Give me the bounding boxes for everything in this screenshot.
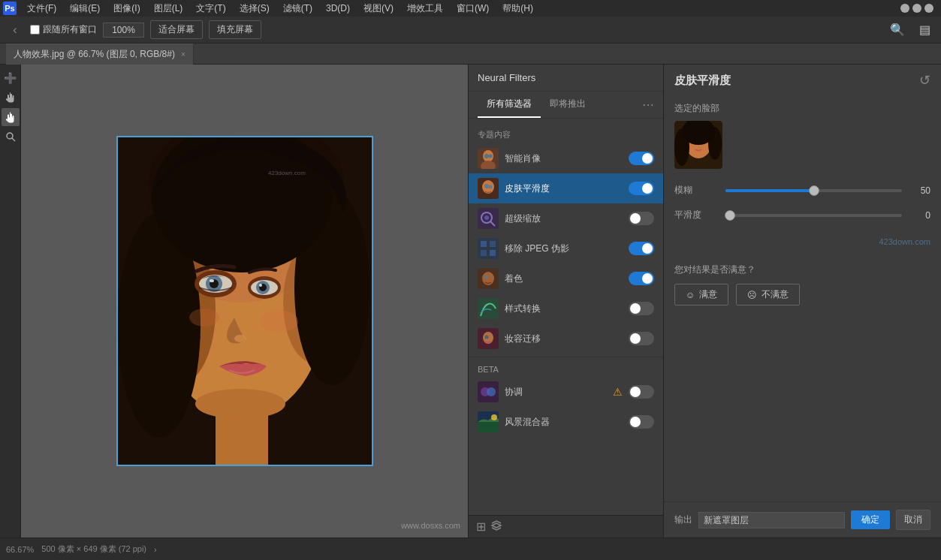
toolbar: ‹ 跟随所有窗口 适合屏幕 填充屏幕 🔍 ▤ — [0, 17, 941, 44]
zoom-input[interactable] — [103, 23, 144, 38]
status-bar: 66.67% 500 像素 × 649 像素 (72 ppi) › — [0, 537, 941, 560]
svg-point-19 — [210, 279, 214, 282]
menu-filter[interactable]: 滤镜(T) — [277, 1, 318, 17]
tool-hand-pan[interactable] — [2, 108, 20, 126]
filter-style-transfer[interactable]: 样式转换 — [469, 294, 663, 324]
happy-icon: ☺ — [686, 290, 695, 300]
tabbar: 人物效果.jpg @ 66.7% (图层 0, RGB/8#) × — [0, 44, 941, 65]
blur-slider-knob[interactable] — [809, 185, 819, 196]
menu-edit[interactable]: 编辑(E) — [64, 1, 106, 17]
menu-file[interactable]: 文件(F) — [21, 1, 62, 17]
follow-all-windows-label: 跟随所有窗口 — [43, 23, 97, 36]
tab-close-icon[interactable]: × — [181, 50, 185, 59]
svg-point-37 — [489, 185, 493, 189]
canvas-image: 423down.com — [116, 136, 373, 466]
size-status: 500 像素 × 649 像素 (72 ppi) — [41, 543, 146, 555]
satisfied-button[interactable]: ☺ 满意 — [674, 284, 728, 306]
filter-thumb-colorize — [478, 268, 499, 289]
toggle-knob — [630, 333, 641, 344]
menu-window[interactable]: 窗口(W) — [451, 1, 495, 17]
filter-skin-smoothing[interactable]: 皮肤平滑度 — [469, 173, 663, 203]
menu-help[interactable]: 帮助(H) — [496, 1, 539, 17]
svg-point-14 — [195, 389, 285, 419]
filter-makeup-transfer-name: 妆容迁移 — [505, 333, 623, 345]
satisfaction-question: 您对结果是否满意？ — [674, 263, 930, 276]
fit-screen-button[interactable]: 适合屏幕 — [150, 20, 203, 39]
canvas-area[interactable]: 423down.com www.dosxs.com — [21, 65, 468, 537]
filter-smart-portrait[interactable]: 智能肖像 — [469, 143, 663, 173]
close-btn[interactable] — [924, 4, 933, 13]
more-options-icon[interactable]: ⋯ — [642, 98, 654, 112]
filter-landscape-mixer-name: 风景混合器 — [505, 416, 623, 429]
menu-3d[interactable]: 3D(D) — [320, 2, 356, 15]
filter-super-zoom-toggle[interactable] — [629, 212, 654, 225]
maximize-btn[interactable] — [912, 4, 921, 13]
filter-makeup-transfer-toggle[interactable] — [629, 332, 654, 345]
canvas-content: 423down.com — [116, 136, 373, 466]
filter-remove-jpeg-toggle[interactable] — [629, 242, 654, 255]
filter-landscape-mixer-toggle[interactable] — [629, 415, 654, 429]
unsatisfied-button[interactable]: ☹ 不满意 — [736, 284, 800, 306]
menu-plugins[interactable]: 增效工具 — [401, 1, 449, 17]
panels-container: Neural Filters 所有筛选器 即将推出 ⋯ 专题内容 智能肖像 — [468, 65, 941, 537]
filter-harmonization-toggle[interactable] — [629, 385, 654, 399]
tool-zoom[interactable] — [2, 128, 20, 146]
filter-thumb-super-zoom — [478, 208, 499, 229]
menu-image[interactable]: 图像(I) — [107, 1, 146, 17]
svg-point-24 — [259, 284, 262, 287]
ok-button[interactable]: 确定 — [851, 510, 890, 529]
filter-thumb-smart-portrait — [478, 148, 499, 169]
reset-button[interactable]: ↺ — [919, 72, 930, 89]
back-button[interactable]: ‹ — [6, 21, 24, 39]
unsatisfied-label: 不满意 — [762, 288, 789, 301]
tool-hand-drag[interactable] — [2, 89, 20, 107]
filter-colorize[interactable]: 着色 — [469, 263, 663, 294]
smoothness-slider-knob[interactable] — [725, 210, 735, 221]
filter-skin-smoothing-toggle[interactable] — [629, 182, 654, 195]
svg-rect-45 — [481, 250, 487, 256]
file-tab[interactable]: 人物效果.jpg @ 66.7% (图层 0, RGB/8#) × — [6, 44, 194, 65]
tab-filename: 人物效果.jpg @ 66.7% (图层 0, RGB/8#) — [14, 48, 175, 61]
smoothness-slider-track[interactable] — [725, 214, 902, 217]
filter-remove-jpeg[interactable]: 移除 JPEG 伪影 — [469, 233, 663, 263]
satisfaction-buttons: ☺ 满意 ☹ 不满意 — [674, 284, 930, 306]
filter-smart-portrait-toggle[interactable] — [629, 152, 654, 165]
fill-screen-button[interactable]: 填充屏幕 — [209, 20, 261, 39]
tab-all-filters[interactable]: 所有筛选器 — [478, 92, 541, 118]
follow-all-windows-check: 跟随所有窗口 — [30, 23, 97, 36]
neural-panel-header: Neural Filters — [469, 65, 663, 92]
menu-view[interactable]: 视图(V) — [357, 1, 400, 17]
menu-type[interactable]: 文字(T) — [190, 1, 231, 17]
tool-add[interactable]: ➕ — [2, 69, 20, 87]
filter-landscape-mixer[interactable]: 风景混合器 — [469, 407, 663, 437]
blur-slider-track[interactable] — [725, 189, 902, 192]
layout-button[interactable]: ▤ — [914, 20, 935, 41]
panel-icon-btn[interactable]: ⊞ — [476, 519, 486, 534]
filter-thumb-remove-jpeg — [478, 238, 499, 259]
svg-point-33 — [489, 155, 493, 158]
output-select[interactable]: 新遮罩图层 — [698, 512, 845, 528]
svg-point-26 — [261, 310, 298, 333]
filter-style-transfer-toggle[interactable] — [629, 302, 654, 315]
toggle-knob — [642, 153, 653, 164]
search-button[interactable]: 🔍 — [887, 20, 908, 41]
filter-colorize-toggle[interactable] — [629, 272, 654, 285]
filter-super-zoom[interactable]: 超级缩放 — [469, 203, 663, 233]
filter-harmonization[interactable]: 协调 ⚠ — [469, 377, 663, 407]
app-icon: Ps — [3, 2, 17, 15]
filter-style-transfer-name: 样式转换 — [505, 303, 623, 315]
menu-select[interactable]: 选择(S) — [234, 1, 276, 17]
face-section-label: 选定的脸部 — [674, 102, 930, 115]
neural-filters-panel: Neural Filters 所有筛选器 即将推出 ⋯ 专题内容 智能肖像 — [468, 65, 663, 537]
menu-layer[interactable]: 图层(L) — [148, 1, 189, 17]
tab-coming-soon[interactable]: 即将推出 — [541, 92, 595, 118]
minimize-btn[interactable] — [900, 4, 909, 13]
filter-makeup-transfer[interactable]: 妆容迁移 — [469, 324, 663, 354]
cancel-button[interactable]: 取消 — [896, 510, 930, 530]
svg-text:Ps: Ps — [5, 4, 14, 13]
svg-rect-43 — [481, 241, 487, 247]
svg-point-36 — [484, 184, 489, 188]
face-section: 选定的脸部 — [664, 96, 941, 175]
layers-icon-btn[interactable] — [490, 519, 502, 534]
follow-all-windows-checkbox[interactable] — [30, 25, 40, 35]
